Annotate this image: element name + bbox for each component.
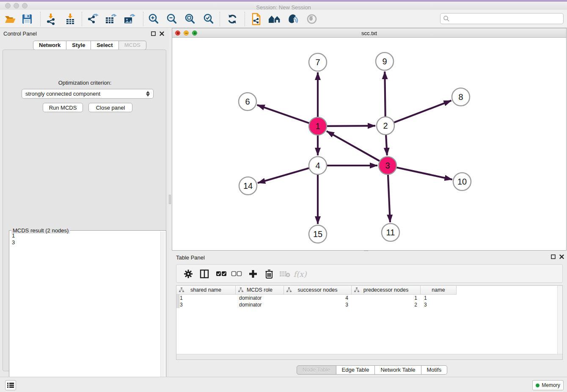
- column-header-shared-name[interactable]: shared name: [176, 286, 236, 294]
- tab-edge-table[interactable]: Edge Table: [336, 365, 375, 375]
- edge-1-2[interactable]: [324, 126, 375, 126]
- zoom-in-button[interactable]: [146, 12, 161, 26]
- column-settings-button[interactable]: [182, 268, 195, 280]
- save-session-button[interactable]: [19, 12, 35, 26]
- console-button[interactable]: [5, 380, 16, 390]
- tab-node-table[interactable]: Node Table: [297, 365, 336, 375]
- network-graph-canvas[interactable]: 7968124314101511: [172, 38, 566, 251]
- zoom-selected-button[interactable]: [201, 12, 216, 26]
- apply-layout-button[interactable]: [225, 12, 240, 26]
- column-header-mcds-role[interactable]: MCDS role: [236, 286, 284, 294]
- table-header-row: shared name MCDS role successor nodes pr…: [176, 286, 457, 295]
- node-9[interactable]: 9: [376, 52, 394, 70]
- edge-1-6[interactable]: [257, 105, 312, 124]
- checked-boxes-icon: [216, 271, 227, 277]
- edge-2-3[interactable]: [386, 132, 387, 155]
- control-panel-title: Control Panel: [3, 30, 37, 37]
- tab-style[interactable]: Style: [66, 41, 91, 50]
- import-network-button[interactable]: [43, 12, 58, 26]
- node-14[interactable]: 14: [239, 177, 257, 195]
- column-label: name: [432, 287, 445, 293]
- select-all-button[interactable]: [215, 268, 228, 280]
- node-3[interactable]: 3: [379, 157, 396, 174]
- export-image-button[interactable]: [122, 12, 137, 26]
- zoom-fit-button[interactable]: [182, 12, 198, 26]
- split-view-button[interactable]: [198, 268, 211, 280]
- table-row[interactable]: 1dominator411: [176, 295, 562, 301]
- main-toolbar: [0, 10, 567, 28]
- delete-column-button[interactable]: [262, 268, 276, 280]
- table-cell: 3: [176, 302, 236, 308]
- network-window-titlebar[interactable]: scc.txt: [172, 28, 566, 38]
- edge-2-9[interactable]: [385, 72, 385, 120]
- edge-3-1[interactable]: [327, 131, 383, 163]
- column-header-predecessor-nodes[interactable]: predecessor nodes: [352, 286, 421, 294]
- optimization-criterion-select[interactable]: strongly connected component: [22, 89, 154, 99]
- node-6[interactable]: 6: [239, 93, 256, 110]
- birdseye-view-button[interactable]: [304, 12, 319, 26]
- edge-3-10[interactable]: [394, 167, 452, 179]
- memory-label: Memory: [542, 382, 560, 388]
- tab-motifs[interactable]: Motifs: [421, 365, 448, 375]
- zoom-out-button[interactable]: [164, 12, 179, 26]
- edge-3-11[interactable]: [388, 171, 390, 222]
- export-table-button[interactable]: [103, 12, 118, 26]
- node-10[interactable]: 10: [453, 173, 471, 190]
- tab-mcds[interactable]: MCDS: [119, 41, 146, 50]
- tab-network[interactable]: Network: [33, 41, 66, 50]
- delete-table-button[interactable]: [278, 268, 292, 280]
- network-document-icon: [250, 13, 262, 25]
- network-view-window: scc.txt 7968124314101511: [172, 28, 567, 251]
- attribute-icon: [238, 287, 243, 293]
- table-vertical-scrollbar[interactable]: [557, 286, 562, 359]
- node-table: shared name MCDS role successor nodes pr…: [176, 285, 563, 360]
- edge-2-8[interactable]: [391, 101, 451, 124]
- float-icon: [151, 31, 156, 36]
- gear-icon: [184, 269, 193, 279]
- open-file-button[interactable]: [3, 12, 18, 26]
- new-network-from-selection-button[interactable]: [248, 12, 264, 26]
- tab-network-table[interactable]: Network Table: [375, 365, 421, 375]
- node-2[interactable]: 2: [377, 117, 394, 135]
- refresh-layout-icon: [227, 14, 238, 25]
- show-graphics-details-button[interactable]: [285, 12, 300, 26]
- table-row[interactable]: 3dominator323: [176, 301, 562, 308]
- float-icon: [551, 254, 556, 259]
- trash-icon: [265, 269, 273, 279]
- import-table-button[interactable]: [63, 12, 78, 26]
- search-input[interactable]: [450, 14, 563, 23]
- run-mcds-button[interactable]: Run MCDS: [43, 103, 83, 112]
- table-horizontal-scrollbar[interactable]: [176, 354, 562, 359]
- delete-table-icon: [279, 271, 290, 277]
- column-header-successor-nodes[interactable]: successor nodes: [284, 286, 352, 294]
- table-cell: 4: [284, 295, 352, 301]
- network-window-title: scc.txt: [172, 30, 566, 36]
- close-panel-button-inner[interactable]: Close panel: [88, 103, 132, 112]
- tab-select[interactable]: Select: [91, 41, 118, 50]
- node-8[interactable]: 8: [452, 88, 470, 106]
- search-field[interactable]: [440, 13, 564, 24]
- node-15[interactable]: 15: [309, 225, 327, 243]
- float-table-panel-button[interactable]: [550, 254, 556, 259]
- node-label: 1: [315, 121, 320, 131]
- node-1[interactable]: 1: [309, 117, 327, 135]
- node-7[interactable]: 7: [309, 53, 327, 71]
- add-column-button[interactable]: [246, 268, 260, 280]
- float-panel-button[interactable]: [150, 30, 156, 36]
- table-cell: 1: [176, 295, 236, 301]
- memory-button[interactable]: Memory: [532, 380, 564, 390]
- first-neighbors-button[interactable]: [267, 12, 282, 26]
- export-network-button[interactable]: [85, 12, 100, 26]
- node-11[interactable]: 11: [382, 224, 399, 241]
- mcds-result-text[interactable]: 1 3: [10, 232, 160, 390]
- optimization-criterion-label: Optimization criterion:: [3, 80, 167, 86]
- result-scrollbar[interactable]: [160, 232, 165, 390]
- close-table-panel-button[interactable]: [559, 254, 564, 259]
- column-header-name[interactable]: name: [421, 286, 457, 294]
- close-panel-button[interactable]: [159, 30, 165, 36]
- edge-4-14[interactable]: [258, 167, 312, 183]
- function-builder-button[interactable]: f(x): [293, 268, 307, 280]
- deselect-all-button[interactable]: [230, 268, 243, 280]
- node-4[interactable]: 4: [309, 157, 327, 174]
- vertical-splitter-handle[interactable]: [169, 195, 171, 204]
